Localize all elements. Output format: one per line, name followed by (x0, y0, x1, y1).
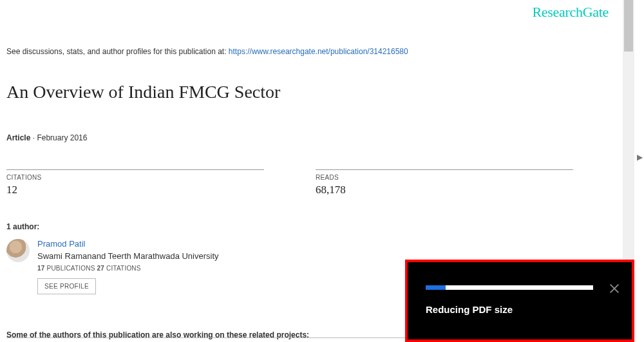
author-cits-num: 27 (97, 265, 105, 272)
page-title: An Overview of Indian FMCG Sector (6, 82, 623, 102)
authors-count: 1 author: (6, 222, 623, 231)
see-profile-button[interactable]: SEE PROFILE (37, 278, 96, 294)
author-pubs-num: 17 (37, 265, 45, 272)
meta-separator: · (30, 133, 37, 142)
discussion-link[interactable]: https://www.researchgate.net/publication… (229, 47, 408, 56)
discussion-prefix: See discussions, stats, and author profi… (6, 47, 229, 56)
author-pubs-label: PUBLICATIONS (45, 265, 97, 272)
article-date: February 2016 (37, 133, 87, 142)
overlay-status-text: Reducing PDF size (426, 304, 614, 315)
article-type: Article (6, 133, 30, 142)
stat-reads: READS 68,178 (316, 169, 573, 196)
author-stats: 17 PUBLICATIONS 27 CITATIONS (37, 265, 219, 272)
progress-bar-fill (426, 285, 446, 290)
stat-reads-value: 68,178 (316, 184, 573, 196)
article-meta: Article · February 2016 (6, 133, 623, 142)
author-cits-label: CITATIONS (104, 265, 141, 272)
stats-row: CITATIONS 12 READS 68,178 (6, 169, 623, 196)
side-panel-chevron-icon[interactable]: ▶ (635, 150, 644, 164)
stat-reads-label: READS (316, 174, 573, 181)
author-info: Pramod Patil Swami Ramanand Teerth Marat… (37, 239, 219, 294)
author-name-link[interactable]: Pramod Patil (37, 239, 219, 249)
author-avatar[interactable] (6, 239, 30, 262)
progress-bar (426, 285, 593, 290)
stat-citations-value: 12 (6, 184, 264, 196)
stat-citations: CITATIONS 12 (6, 169, 264, 196)
progress-overlay: Reducing PDF size (405, 260, 634, 342)
discussion-line: See discussions, stats, and author profi… (6, 47, 623, 56)
stat-divider (316, 169, 573, 170)
stat-divider (6, 169, 264, 170)
brand-logo: ResearchGate (532, 4, 609, 21)
scrollbar-thumb[interactable] (624, 0, 633, 52)
close-icon[interactable] (609, 283, 620, 294)
overlay-inner: Reducing PDF size (408, 262, 632, 339)
author-affiliation: Swami Ramanand Teerth Marathwada Univers… (37, 251, 219, 261)
stat-citations-label: CITATIONS (6, 174, 264, 181)
